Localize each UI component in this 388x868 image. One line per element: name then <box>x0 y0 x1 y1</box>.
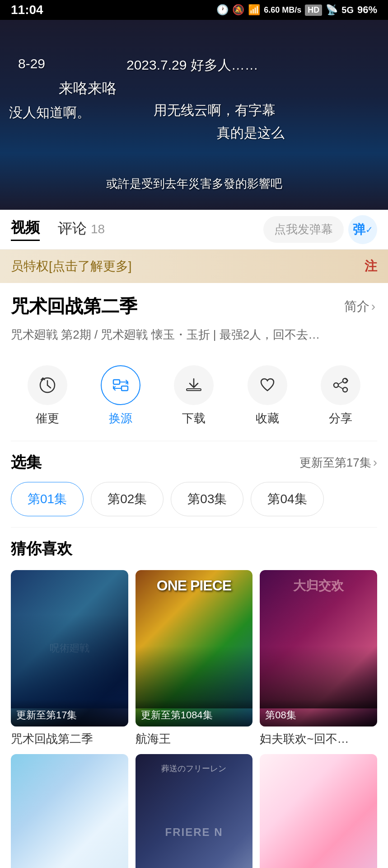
action-urge[interactable]: 催更 <box>28 365 67 426</box>
rec-item-frieren[interactable]: 葬送のフリーレン FRIERE N <box>136 754 253 868</box>
status-time: 11:04 <box>11 3 43 17</box>
rec-badge-onepiece: 更新至第1084集 <box>136 699 253 726</box>
action-share[interactable]: 分享 <box>321 365 360 426</box>
svg-line-12 <box>338 386 343 389</box>
heart-icon <box>258 376 276 394</box>
tags-row: 咒术廻戦 第2期 / 咒术廻戦 懐玉・玉折 | 最强2人，回不去… <box>11 326 377 344</box>
episode-pill-3[interactable]: 第03集 <box>171 482 243 516</box>
svg-point-8 <box>343 378 347 383</box>
svg-line-11 <box>338 382 343 384</box>
rec-item-onepiece[interactable]: ONE PIECE 更新至第1084集 航海王 <box>136 570 253 747</box>
chevron-right-icon: › <box>373 455 377 470</box>
tab-bar: 视频 评论 18 点我发弹幕 弹 ✓ <box>0 210 388 250</box>
source-label: 换源 <box>109 410 132 426</box>
episode-pills: 第01集 第02集 第03集 第04集 <box>11 482 377 516</box>
member-text: 员特权[点击了解更多] <box>11 258 132 275</box>
anime-title: 咒术回战第二季 <box>11 294 137 319</box>
danmaku-item: 8-29 <box>18 56 45 71</box>
danmaku-controls: 点我发弹幕 弹 ✓ <box>263 215 377 244</box>
speed-label: 6.60 MB/s <box>264 5 301 15</box>
danmaku-toggle-button[interactable]: 弹 ✓ <box>348 215 377 244</box>
wifi-icon: 📡 <box>326 4 338 16</box>
danmaku-item: 没人知道啊。 <box>9 104 90 122</box>
battery-label: 96% <box>357 4 377 16</box>
favorite-label: 收藏 <box>256 410 279 426</box>
rec-thumb-onepiece: ONE PIECE 更新至第1084集 <box>136 570 253 726</box>
alarm-icon: 🕐 <box>216 4 229 16</box>
urge-label: 催更 <box>36 410 59 426</box>
svg-rect-5 <box>122 386 128 391</box>
action-favorite[interactable]: 收藏 <box>248 365 287 426</box>
rec-item-anime6[interactable] <box>260 754 377 868</box>
rec-thumb-anime6 <box>260 754 377 868</box>
episodes-section: 选集 更新至第17集 › 第01集 第02集 第03集 第04集 <box>11 441 377 528</box>
rec-badge-jujutsu: 更新至第17集 <box>11 699 128 726</box>
action-icons: 催更 换源 <box>11 358 377 441</box>
video-background: 8-29 2023.7.29 好多人…… 来咯来咯 没人知道啊。 用无线云啊，有… <box>0 20 388 210</box>
rec-thumb-anime3: 大归交欢 第08集 <box>260 570 377 726</box>
svg-point-9 <box>334 383 338 387</box>
share-label: 分享 <box>329 410 352 426</box>
tab-comment[interactable]: 评论 18 <box>58 219 105 241</box>
episodes-more-link[interactable]: 更新至第17集 › <box>299 455 377 471</box>
hd-badge: HD <box>305 5 322 16</box>
episodes-header: 选集 更新至第17集 › <box>11 452 377 473</box>
share-icon <box>332 376 350 394</box>
urge-icon-circle <box>28 365 67 405</box>
svg-rect-4 <box>113 380 120 384</box>
clock-icon <box>38 376 56 394</box>
favorite-icon-circle <box>248 365 287 405</box>
video-player[interactable]: 8-29 2023.7.29 好多人…… 来咯来咯 没人知道啊。 用无线云啊，有… <box>0 20 388 210</box>
content-area: 咒术回战第二季 简介 › 咒术廻戦 第2期 / 咒术廻戦 懐玉・玉折 | 最强2… <box>0 283 388 528</box>
episode-pill-2[interactable]: 第02集 <box>91 482 164 516</box>
recommendations-grid: 呪術廻戦 更新至第17集 咒术回战第二季 ONE PIECE 更新至第1084集… <box>0 570 388 868</box>
svg-point-10 <box>343 387 347 392</box>
episode-pill-4[interactable]: 第04集 <box>251 482 323 516</box>
rec-thumb-jujutsu: 呪術廻戦 更新至第17集 <box>11 570 128 726</box>
rec-item-jujutsu[interactable]: 呪術廻戦 更新至第17集 咒术回战第二季 <box>11 570 128 747</box>
intro-label: 简介 <box>344 298 369 315</box>
rec-name-onepiece: 航海王 <box>136 732 171 745</box>
danmaku-item: 用无线云啊，有字幕 <box>154 101 276 120</box>
recommendations: 猜你喜欢 呪術廻戦 更新至第17集 咒术回战第二季 ONE PIECE <box>0 528 388 868</box>
download-label: 下载 <box>182 410 206 426</box>
rec-name-anime3: 妇夫联欢~回不… <box>260 732 349 745</box>
bluetooth-icon: 📶 <box>248 4 260 16</box>
action-source[interactable]: 换源 <box>101 365 140 426</box>
comment-count: 18 <box>91 222 105 236</box>
svg-rect-6 <box>187 389 201 391</box>
chevron-right-icon: › <box>371 299 375 314</box>
download-icon-circle <box>174 365 214 405</box>
status-bar: 11:04 🕐 🔕 📶 6.60 MB/s HD 📡 5G 96% <box>0 0 388 20</box>
svg-line-2 <box>47 385 51 388</box>
video-subtitle: 或許是受到去年災害多發的影響吧 <box>106 176 282 192</box>
episode-pill-1[interactable]: 第01集 <box>11 482 84 516</box>
rec-thumb-anime4 <box>11 754 128 868</box>
danmaku-check-icon: ✓ <box>365 224 373 235</box>
action-download[interactable]: 下载 <box>174 365 214 426</box>
rec-item-anime3[interactable]: 大归交欢 第08集 妇夫联欢~回不… <box>260 570 377 747</box>
share-icon-circle <box>321 365 360 405</box>
recommendations-title: 猜你喜欢 <box>0 538 388 559</box>
source-icon-circle <box>101 365 140 405</box>
tab-video[interactable]: 视频 <box>11 218 40 241</box>
switch-source-icon <box>112 376 130 394</box>
mute-icon: 🔕 <box>232 4 244 16</box>
status-icons: 🕐 🔕 📶 6.60 MB/s HD 📡 5G 96% <box>216 4 377 16</box>
danmaku-item: 来咯来咯 <box>59 79 117 99</box>
episodes-more-label: 更新至第17集 <box>299 455 371 471</box>
danmaku-item: 真的是这么 <box>217 124 285 142</box>
title-row: 咒术回战第二季 简介 › <box>11 294 377 319</box>
rec-thumb-frieren: 葬送のフリーレン FRIERE N <box>136 754 253 868</box>
danmaku-item: 2023.7.29 好多人…… <box>126 56 258 75</box>
intro-link[interactable]: 简介 › <box>344 298 377 315</box>
rec-badge-anime3: 第08集 <box>260 699 377 726</box>
member-banner[interactable]: 员特权[点击了解更多] 注 <box>0 250 388 283</box>
danmaku-icon: 弹 <box>353 221 365 238</box>
danmaku-input-button[interactable]: 点我发弹幕 <box>263 216 344 243</box>
episodes-title: 选集 <box>11 452 42 473</box>
rec-item-anime4[interactable] <box>11 754 128 868</box>
member-reg-label: 注 <box>365 258 377 275</box>
rec-name-jujutsu: 咒术回战第二季 <box>11 732 93 745</box>
signal-label: 5G <box>341 5 354 15</box>
